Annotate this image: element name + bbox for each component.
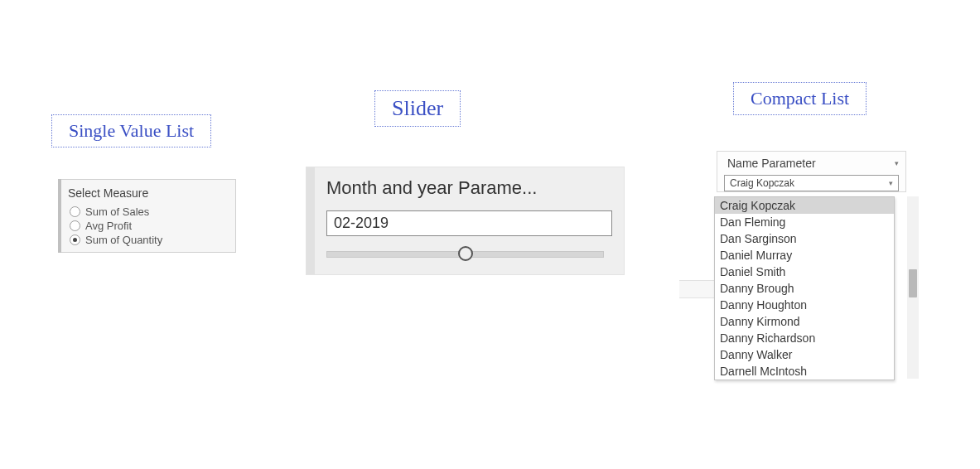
list-item[interactable]: Danny Houghton [715, 297, 894, 313]
list-item[interactable]: Danny Walker [715, 346, 894, 363]
slider-thumb[interactable] [458, 246, 473, 261]
chevron-down-icon[interactable]: ▾ [895, 159, 899, 167]
single-value-list-title: Select Measure [61, 185, 235, 205]
compact-list-title-row: Name Parameter ▾ [717, 152, 905, 173]
list-item[interactable]: Darnell McIntosh [715, 363, 894, 380]
list-item[interactable]: Dan Fleming [715, 214, 894, 230]
radio-icon [70, 234, 80, 245]
annotation-slider: Slider [374, 90, 461, 127]
slider-panel: Month and year Parame... 02-2019 [306, 167, 625, 275]
compact-list-title: Name Parameter [727, 157, 816, 170]
annotation-compact-list: Compact List [733, 82, 867, 115]
chevron-down-icon: ▾ [889, 179, 893, 187]
radio-label: Sum of Sales [85, 205, 149, 218]
compact-list-panel: Name Parameter ▾ Craig Kopczak ▾ Craig K… [717, 151, 906, 192]
radio-option-avg-profit[interactable]: Avg Profit [61, 219, 235, 233]
radio-label: Sum of Quantity [85, 234, 162, 246]
list-item[interactable]: Daniel Murray [715, 247, 894, 264]
compact-list-dropdown: Craig Kopczak Dan Fleming Dan Sarginson … [714, 196, 895, 380]
radio-option-sum-of-quantity[interactable]: Sum of Quantity [61, 233, 235, 247]
scrollbar-thumb[interactable] [909, 269, 917, 297]
list-item[interactable]: Craig Kopczak [715, 197, 894, 214]
slider-title: Month and year Parame... [326, 177, 612, 199]
slider-value-input[interactable]: 02-2019 [326, 210, 612, 236]
list-item[interactable]: Dan Sarginson [715, 230, 894, 247]
list-item[interactable]: Danny Richardson [715, 330, 894, 346]
compact-list-select[interactable]: Craig Kopczak ▾ [724, 175, 899, 191]
radio-label: Avg Profit [85, 220, 132, 232]
compact-list-selected-value: Craig Kopczak [730, 177, 794, 189]
list-item[interactable]: Danny Kirmond [715, 313, 894, 330]
radio-icon [70, 220, 80, 231]
scrollbar[interactable] [907, 196, 919, 379]
list-item[interactable]: Daniel Smith [715, 264, 894, 280]
list-item[interactable]: Danny Brough [715, 280, 894, 297]
slider-track[interactable] [326, 248, 604, 259]
single-value-list-panel: Select Measure Sum of Sales Avg Profit S… [58, 179, 236, 253]
radio-option-sum-of-sales[interactable]: Sum of Sales [61, 205, 235, 219]
annotation-single-value-list: Single Value List [51, 114, 211, 147]
radio-icon [70, 206, 80, 217]
decoration-strip [679, 280, 716, 298]
